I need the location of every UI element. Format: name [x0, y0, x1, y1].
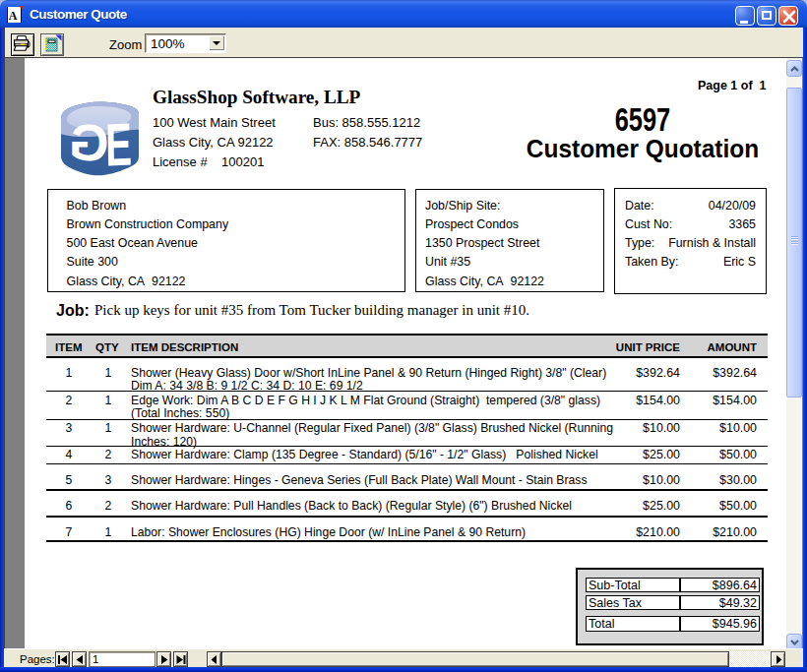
svg-text:G: G: [69, 114, 108, 171]
svg-text:E: E: [105, 110, 133, 177]
